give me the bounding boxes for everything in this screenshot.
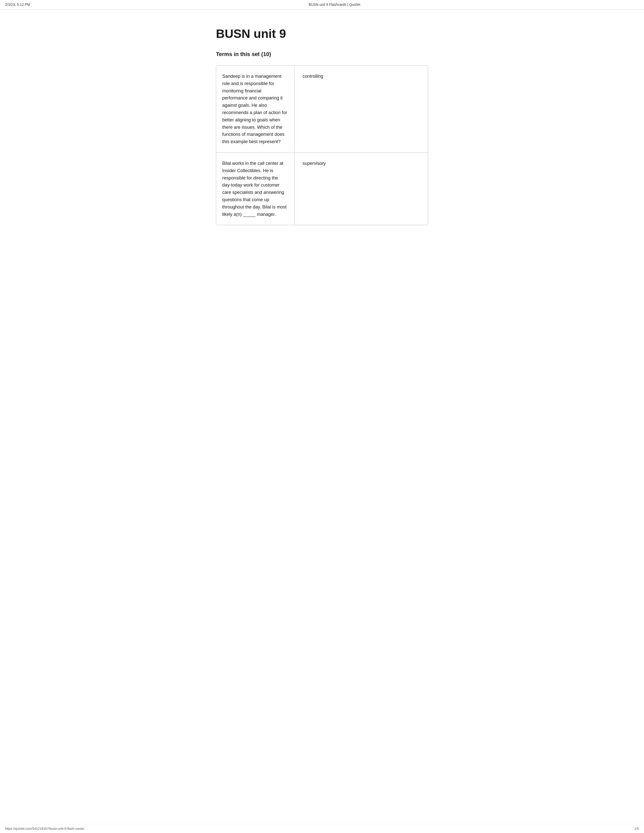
datetime: 2/3/23, 5:12 PM: [5, 2, 30, 7]
card-term: Bilal works in the call center at Inside…: [216, 153, 295, 225]
top-bar: 2/3/23, 5:12 PM BUSN unit 9 Flashcards |…: [0, 0, 644, 10]
table-row: Sandeep is in a management role and is r…: [216, 66, 428, 153]
table-row: Bilal works in the call center at Inside…: [216, 153, 428, 225]
flashcard-table: Sandeep is in a management role and is r…: [216, 65, 428, 225]
card-definition: supervisory: [295, 153, 428, 225]
card-term: Sandeep is in a management role and is r…: [216, 66, 295, 153]
browser-title: BUSN unit 9 Flashcards | Quizlet: [30, 2, 639, 7]
set-subtitle: Terms in this set (10): [216, 50, 428, 58]
main-content: BUSN unit 9 Terms in this set (10) Sande…: [206, 10, 438, 235]
page-title: BUSN unit 9: [216, 25, 428, 43]
card-definition: controlling: [295, 66, 428, 153]
